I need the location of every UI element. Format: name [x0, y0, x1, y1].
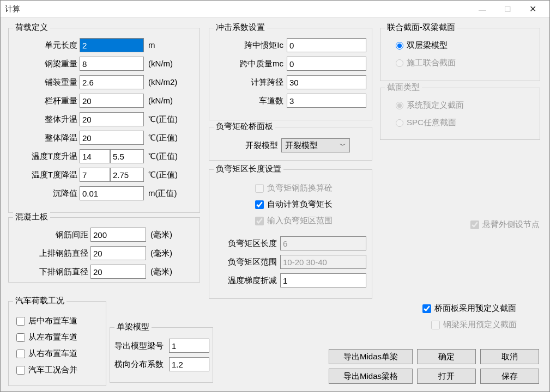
unit-top-rebar-dia: (毫米) [150, 248, 172, 259]
checkbox-auto-neg-length[interactable]: 自动计算负弯矩长 [255, 199, 333, 210]
unit-temp-up: ℃(正值) [148, 114, 178, 125]
checkbox-input-neg-range: 输入负弯矩区范围 [255, 216, 333, 226]
input-paving-weight[interactable] [80, 75, 144, 89]
input-unit-length[interactable] [80, 38, 144, 52]
input-span[interactable] [287, 75, 366, 89]
label-tgrad-down: 温度T度降温 [9, 170, 77, 180]
unit-rebar-spacing: (毫米) [150, 230, 172, 240]
input-neg-length [280, 236, 366, 250]
group-composite-section: 联合截面-双梁截面 双层梁模型 施工联合截面 [380, 28, 540, 81]
label-settlement: 沉降值 [9, 188, 77, 199]
input-tgrad-down-1[interactable] [80, 168, 110, 182]
radio-spc-section: SPC任意截面 [396, 118, 456, 128]
unit-tgrad-up: ℃(正值) [148, 151, 178, 162]
group-neg-deck: 负弯矩砼桥面板 开裂模型 开裂模型 ﹀ [209, 127, 372, 161]
button-ok[interactable]: 确定 [417, 349, 476, 364]
unit-settlement: m(正值) [148, 188, 177, 199]
input-bot-rebar-dia[interactable] [90, 265, 146, 279]
input-mid-mass[interactable] [287, 57, 366, 71]
button-export-midas-single[interactable]: 导出Midas单梁 [329, 349, 413, 364]
unit-paving-weight: (kN/m2) [148, 77, 177, 87]
button-export-midas-grid[interactable]: 导出Midas梁格 [329, 369, 413, 384]
label-mid-mass: 跨中质量mc [209, 59, 283, 69]
checkbox-neg-rebar-convert: 负弯矩钢筋换算砼 [255, 183, 333, 193]
checkbox-lane-right[interactable]: 从右布置车道 [16, 348, 77, 359]
group-section-type-legend: 截面类型 [385, 82, 422, 93]
radio-double-layer[interactable]: 双层梁模型 [396, 40, 448, 51]
label-crack-model: 开裂模型 [209, 140, 278, 151]
checkbox-lane-center[interactable]: 居中布置车道 [16, 316, 77, 326]
dialog-window: 计算 — ☐ ✕ 荷载定义 单元长度 m 钢梁重量 (kN/m) 铺装重量 (k… [0, 0, 550, 392]
input-temp-grad-red[interactable] [280, 273, 366, 287]
input-rail-weight[interactable] [80, 94, 144, 108]
label-tgrad-up: 温度T度升温 [9, 151, 77, 162]
group-impact: 冲击系数设置 跨中惯矩Ic 跨中质量mc 计算跨径 车道数 [209, 28, 372, 120]
input-neg-range [280, 255, 366, 269]
unit-tgrad-down: ℃(正值) [148, 170, 178, 180]
input-tgrad-down-2[interactable] [110, 168, 144, 182]
radio-system-section: 系统预定义截面 [396, 100, 464, 111]
label-export-beam-no: 导出模型梁号 [110, 341, 167, 351]
combo-crack-model-value: 开裂模型 [285, 140, 318, 151]
unit-rail-weight: (kN/m) [148, 96, 173, 105]
group-neg-zone-legend: 负弯矩区长度设置 [214, 164, 283, 174]
label-unit-length: 单元长度 [9, 40, 77, 51]
group-load-legend: 荷载定义 [13, 22, 50, 33]
input-tgrad-up-1[interactable] [80, 149, 110, 163]
unit-unit-length: m [148, 40, 155, 50]
group-single-beam: 单梁模型 导出模型梁号 横向分布系数 [110, 327, 213, 383]
input-temp-down[interactable] [80, 131, 144, 145]
label-neg-range: 负弯矩区范围 [209, 257, 277, 267]
unit-steel-beam-weight: (kN/m) [148, 59, 173, 68]
group-neg-zone: 负弯矩区长度设置 负弯矩钢筋换算砼 自动计算负弯矩长 输入负弯矩区范围 负弯矩区… [209, 169, 372, 299]
button-open[interactable]: 打开 [417, 369, 476, 384]
dialog-content: 荷载定义 单元长度 m 钢梁重量 (kN/m) 铺装重量 (kN/m2) 栏杆重… [1, 18, 549, 391]
input-top-rebar-dia[interactable] [90, 246, 146, 260]
checkbox-steel-predef: 钢梁采用预定义截面 [431, 320, 517, 330]
checkbox-lane-left[interactable]: 从左布置车道 [16, 332, 77, 342]
label-top-rebar-dia: 上排钢筋直径 [9, 248, 88, 259]
input-lanes[interactable] [287, 94, 366, 108]
minimize-button[interactable]: — [470, 1, 495, 17]
input-tgrad-up-2[interactable] [110, 149, 144, 163]
window-controls: — ☐ ✕ [470, 1, 545, 17]
maximize-button: ☐ [495, 1, 520, 17]
button-save[interactable]: 保存 [480, 369, 539, 384]
group-composite-legend: 联合截面-双梁截面 [385, 22, 457, 33]
label-temp-up: 整体升温 [9, 114, 77, 125]
label-span: 计算跨径 [209, 77, 283, 88]
close-button[interactable]: ✕ [520, 1, 545, 17]
input-lateral-coef[interactable] [169, 357, 209, 371]
label-paving-weight: 铺装重量 [9, 77, 77, 88]
group-concrete-slab: 混凝土板 钢筋间距 (毫米) 上排钢筋直径 (毫米) 下排钢筋直径 (毫米) [8, 217, 200, 283]
group-section-type: 截面类型 系统预定义截面 SPC任意截面 [380, 88, 540, 140]
checkbox-vehicle-combine[interactable]: 汽车工况合并 [16, 365, 77, 375]
input-mid-inertia[interactable] [287, 38, 366, 52]
group-vehicle-legend: 汽车荷载工况 [13, 296, 67, 306]
input-rebar-spacing[interactable] [90, 228, 146, 242]
checkbox-deck-predef[interactable]: 桥面板采用预定义截面 [422, 303, 516, 314]
button-cancel[interactable]: 取消 [480, 349, 539, 364]
label-mid-inertia: 跨中惯矩Ic [209, 40, 283, 51]
combo-crack-model[interactable]: 开裂模型 ﹀ [281, 138, 350, 152]
group-neg-deck-legend: 负弯矩砼桥面板 [214, 121, 275, 132]
label-lateral-coef: 横向分布系数 [110, 359, 167, 370]
label-temp-down: 整体降温 [9, 133, 77, 143]
input-steel-beam-weight[interactable] [80, 57, 144, 71]
group-impact-legend: 冲击系数设置 [214, 22, 267, 33]
label-rebar-spacing: 钢筋间距 [9, 230, 88, 240]
checkbox-cantilever-nodes: 悬臂外侧设节点 [470, 219, 540, 230]
window-title: 计算 [5, 4, 470, 14]
input-export-beam-no[interactable] [169, 339, 209, 353]
label-steel-beam-weight: 钢梁重量 [9, 59, 77, 69]
radio-construction-composite: 施工联合截面 [396, 58, 456, 68]
label-lanes: 车道数 [209, 96, 283, 106]
label-rail-weight: 栏杆重量 [9, 96, 77, 106]
group-load-definition: 荷载定义 单元长度 m 钢梁重量 (kN/m) 铺装重量 (kN/m2) 栏杆重… [8, 28, 200, 213]
label-bot-rebar-dia: 下排钢筋直径 [9, 267, 88, 277]
titlebar: 计算 — ☐ ✕ [1, 1, 549, 18]
label-neg-length: 负弯矩区长度 [209, 238, 277, 249]
input-temp-up[interactable] [80, 112, 144, 126]
label-temp-grad-red: 温度梯度折减 [209, 275, 277, 286]
input-settlement[interactable] [80, 186, 144, 200]
